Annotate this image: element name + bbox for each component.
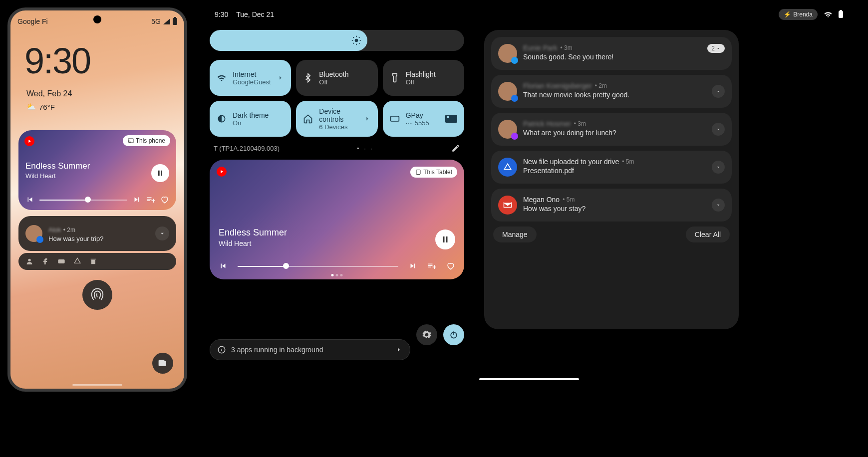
notification-row[interactable]: Megan Ono • 5mHow was your stay?: [491, 189, 732, 222]
messenger-badge-icon: [511, 133, 518, 140]
svg-rect-5: [445, 115, 457, 123]
edit-icon[interactable]: [451, 144, 460, 153]
gesture-bar[interactable]: [72, 384, 122, 386]
wifi-icon: [217, 73, 227, 83]
expand-button[interactable]: [155, 227, 169, 240]
manage-button[interactable]: Manage: [493, 227, 537, 242]
carrier-label: Google Fi: [17, 17, 48, 25]
qs-tile-bluetooth[interactable]: BluetoothOff: [296, 60, 377, 96]
delete-icon: [89, 257, 97, 265]
background-apps-row[interactable]: 3 apps running in background: [210, 339, 410, 360]
fingerprint-button[interactable]: [82, 280, 112, 310]
notification-time: • 3m: [574, 120, 586, 127]
quick-settings-grid: InternetGoogleGuestBluetoothOffFlashligh…: [210, 60, 464, 137]
add-to-playlist-icon[interactable]: [146, 195, 155, 204]
drive-icon: [498, 158, 517, 177]
sender-name: Alok: [48, 226, 61, 233]
heart-icon[interactable]: [160, 195, 169, 204]
power-button[interactable]: [443, 324, 464, 345]
power-icon: [449, 330, 459, 340]
clear-all-button[interactable]: Clear All: [686, 227, 730, 242]
wifi-icon: [824, 10, 833, 19]
notification-count-badge[interactable]: 2: [707, 44, 725, 53]
notification-message: That new movie looks pretty good.: [523, 91, 725, 99]
brightness-slider[interactable]: [210, 30, 464, 51]
phone-lockscreen: Google Fi 5G 9:30 Wed, Feb 24 ⛅ 76°F Thi…: [7, 7, 187, 392]
notification-icon-strip[interactable]: [18, 253, 176, 270]
expand-button[interactable]: [712, 161, 725, 174]
notification-message: Sounds good. See you there!: [523, 53, 725, 61]
avatar: [25, 225, 42, 242]
qs-tile-flashlight[interactable]: FlashlightOff: [383, 60, 464, 96]
qs-title: Internet: [233, 70, 271, 78]
messages-badge-icon: [36, 236, 43, 243]
next-icon[interactable]: [132, 195, 141, 204]
chevron-down-icon: [716, 46, 721, 51]
qs-title: Bluetooth: [319, 70, 370, 78]
next-icon[interactable]: [408, 261, 417, 270]
info-icon: [217, 345, 226, 354]
qs-title: GPay: [406, 111, 439, 119]
previous-icon[interactable]: [219, 261, 228, 270]
notification-row[interactable]: New file uploaded to your drive • 5mPres…: [491, 151, 732, 184]
avatar: [498, 44, 517, 63]
lockscreen-clock: 9:30: [24, 40, 90, 81]
qs-tile-device-controls[interactable]: Device controls6 Devices: [296, 101, 377, 137]
darktheme-icon: [217, 114, 227, 124]
add-to-playlist-icon[interactable]: [427, 261, 436, 270]
wallet-button[interactable]: [152, 353, 173, 374]
expand-button[interactable]: [712, 123, 725, 136]
notification-card[interactable]: Alok • 2m How was your trip?: [18, 216, 176, 251]
notification-time: • 5m: [622, 158, 634, 165]
youtube-icon: [57, 257, 65, 265]
chevron-down-icon: [715, 202, 721, 208]
tablet-date: Tue, Dec 21: [236, 10, 274, 18]
user-chip[interactable]: ⚡ Brenda: [779, 9, 818, 20]
gmail-icon: [498, 196, 517, 215]
lockscreen-date: Wed, Feb 24: [26, 89, 72, 98]
qs-title: Flashlight: [406, 70, 457, 78]
qs-tile-dark-theme[interactable]: Dark themeOn: [210, 101, 291, 137]
notification-row[interactable]: Eunie Park • 3mSounds good. See you ther…: [491, 37, 732, 70]
page-indicator: • · ·: [357, 145, 374, 152]
expand-button[interactable]: [712, 199, 725, 212]
pause-button[interactable]: [151, 164, 169, 182]
gear-icon: [422, 330, 432, 340]
qs-subtitle: On: [233, 119, 284, 127]
sender-name: Florian Koenigsberger: [523, 82, 592, 90]
notification-row[interactable]: Patrick Hosmer • 3mWhat are you doing fo…: [491, 113, 732, 146]
media-artist: Wild Heart: [219, 239, 251, 247]
qs-tile-internet[interactable]: InternetGoogleGuest: [210, 60, 291, 96]
notification-time: • 2m: [595, 82, 607, 89]
pause-button[interactable]: [435, 229, 455, 249]
facebook-icon: [41, 257, 49, 265]
notification-panel: Eunie Park • 3mSounds good. See you ther…: [484, 30, 739, 329]
heart-icon[interactable]: [446, 261, 455, 270]
gesture-bar[interactable]: [479, 378, 579, 380]
notification-row[interactable]: Florian Koenigsberger • 2mThat new movie…: [491, 75, 732, 108]
messages-badge-icon: [511, 95, 518, 102]
expand-button[interactable]: [712, 85, 725, 98]
qs-tile-gpay[interactable]: GPay···· 5555: [383, 101, 464, 137]
settings-button[interactable]: [416, 324, 437, 345]
cast-chip[interactable]: This phone: [123, 135, 170, 146]
notification-message: Presentation.pdf: [523, 167, 725, 175]
media-card-phone[interactable]: This phone Endless Summer Wild Heart: [18, 130, 176, 210]
previous-icon[interactable]: [25, 195, 34, 204]
signal-icon: [163, 18, 170, 24]
chevron-right-icon: [395, 346, 403, 354]
media-seek-slider[interactable]: [238, 262, 398, 270]
media-card-tablet[interactable]: This Tablet Endless Summer Wild Heart: [210, 160, 464, 279]
fingerprint-icon: [90, 287, 105, 302]
media-page-dots: [331, 274, 343, 276]
cast-chip[interactable]: This Tablet: [410, 167, 457, 178]
qs-subtitle: GoogleGuest: [233, 78, 271, 86]
notification-title: Megan Ono: [523, 196, 560, 204]
notification-time: • 5m: [563, 196, 575, 203]
tablet-shade: 9:30 Tue, Dec 21 ⚡ Brenda InternetGoogle…: [210, 9, 848, 360]
qs-subtitle: Off: [319, 78, 370, 86]
svg-rect-1: [58, 259, 64, 263]
media-seek-slider[interactable]: [39, 196, 127, 204]
drive-icon: [73, 257, 81, 265]
chevron-down-icon: [159, 230, 166, 237]
